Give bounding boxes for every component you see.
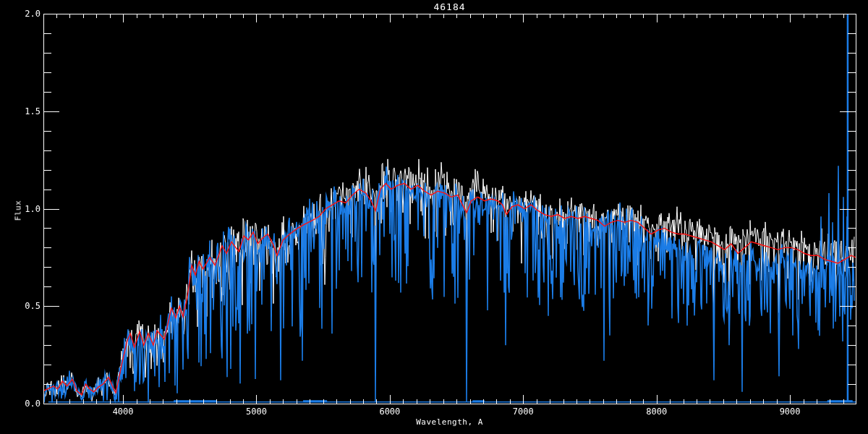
spectrum-plot-window: 46184 Flux Wavelength, A 400050006000700… <box>0 0 868 434</box>
plot-title: 46184 <box>43 1 856 12</box>
x-tick-label: 5000 <box>234 407 278 417</box>
x-tick-label: 9000 <box>768 407 812 417</box>
x-tick-label: 4000 <box>101 407 145 417</box>
x-axis-label: Wavelength, A <box>43 417 856 427</box>
y-tick-label: 1.0 <box>0 204 41 214</box>
x-tick-label: 6000 <box>368 407 412 417</box>
x-tick-label: 8000 <box>635 407 678 417</box>
y-tick-label: 2.0 <box>0 9 41 19</box>
y-tick-label: 0.0 <box>0 399 41 409</box>
y-tick-label: 0.5 <box>0 301 41 311</box>
spectrum-plot-canvas <box>0 0 868 434</box>
x-tick-label: 7000 <box>501 407 545 417</box>
y-tick-label: 1.5 <box>0 106 41 116</box>
